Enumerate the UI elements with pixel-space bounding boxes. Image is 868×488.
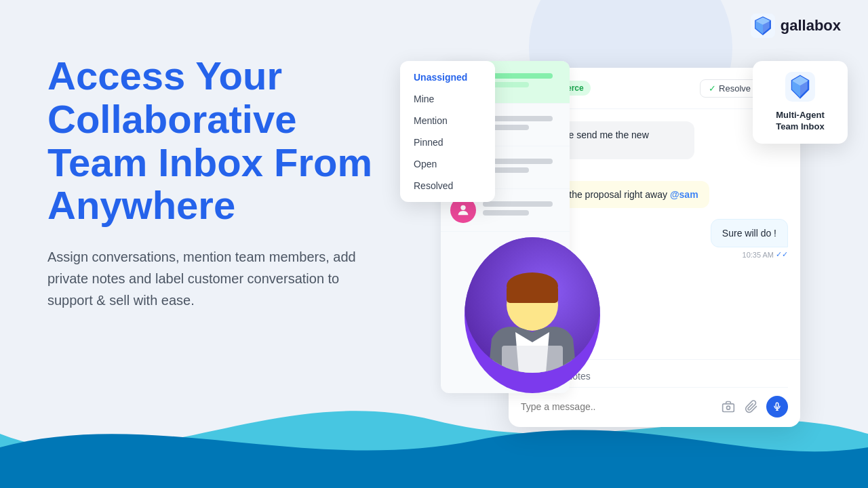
svg-rect-14 [507,286,558,303]
brand-name: gallabox [781,17,841,35]
dropdown-item-mine[interactable]: Mine [400,88,495,110]
svg-point-4 [460,205,465,210]
dropdown-item-pinned[interactable]: Pinned [400,131,495,153]
message-sent: Sure will do ! 10:35 AM ✓✓ [711,219,788,259]
multi-agent-card: Multi-Agent Team Inbox [753,61,848,144]
mockup-container: Unassigned Mine Mention Pinned Open Reso… [387,54,848,434]
attach-icon[interactable] [743,399,760,415]
sidebar-lines-4 [483,201,560,219]
hero-subtitle: Assign conversations, mention team membe… [47,246,373,311]
logo-icon [751,14,775,38]
multi-agent-label: Multi-Agent Team Inbox [766,110,834,133]
bubble-sent: Sure will do ! [711,219,788,247]
message-input[interactable] [521,401,713,412]
header: gallabox [751,14,841,38]
chat-input-icons [720,396,788,418]
check-icon: ✓ [709,83,716,94]
dropdown-item-unassigned[interactable]: Unassigned [400,66,495,88]
mention-tag: @sam [670,189,698,200]
svg-rect-15 [502,346,563,373]
resolve-button[interactable]: ✓ Resolve [700,79,760,98]
camera-icon[interactable] [720,399,736,415]
chat-input-row [521,396,788,418]
dropdown-item-mention[interactable]: Mention [400,110,495,131]
message-time-sent: 10:35 AM ✓✓ [711,250,788,259]
svg-point-6 [727,406,730,409]
hero-title: Access Your Collaborative Team Inbox Fro… [47,54,400,227]
message-text-sent: Sure will do ! [722,228,776,239]
svg-rect-7 [776,403,778,407]
dropdown-item-resolved[interactable]: Resolved [400,175,495,197]
dropdown-card: Unassigned Mine Mention Pinned Open Reso… [400,61,495,202]
delivered-icon: ✓✓ [776,250,788,259]
dropdown-item-open[interactable]: Open [400,153,495,175]
multi-agent-icon [785,72,815,102]
svg-rect-5 [723,404,734,412]
left-content: Access Your Collaborative Team Inbox Fro… [47,54,400,311]
mic-button[interactable] [766,396,788,418]
person-illustration [465,237,600,393]
